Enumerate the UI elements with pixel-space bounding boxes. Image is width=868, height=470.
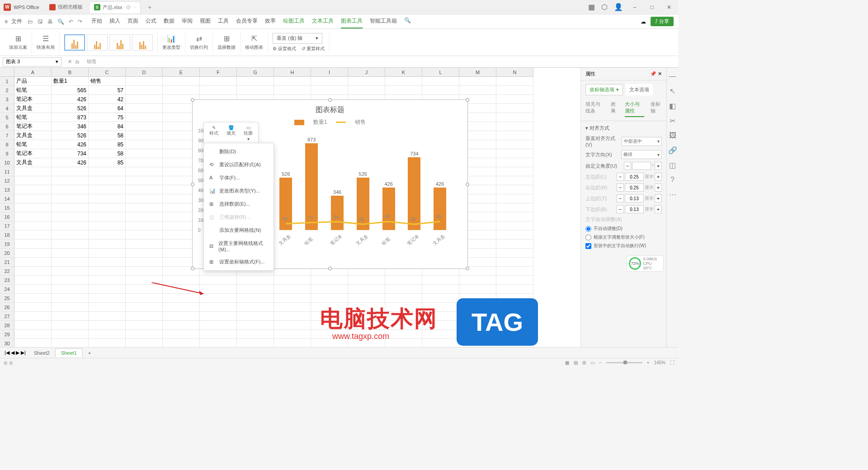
axis-select[interactable]: 垂直 (值) 轴▾ bbox=[273, 33, 322, 44]
cell[interactable] bbox=[496, 303, 533, 312]
cell[interactable]: 58 bbox=[89, 149, 126, 158]
subtab-effect[interactable]: 效果 bbox=[611, 101, 618, 117]
ribbon-add-element[interactable]: ⊞添加元素 bbox=[5, 31, 32, 54]
cell[interactable]: 产品 bbox=[14, 77, 52, 86]
cell[interactable] bbox=[89, 212, 126, 221]
ctx-change-type[interactable]: 📊更改图表类型(Y)... bbox=[204, 184, 274, 197]
cell[interactable] bbox=[237, 77, 274, 86]
col-header[interactable]: B bbox=[52, 68, 89, 77]
cell[interactable] bbox=[14, 230, 52, 240]
col-header[interactable]: G bbox=[237, 68, 274, 77]
cell[interactable] bbox=[237, 276, 274, 285]
ctx-add-gridlines[interactable]: 添加次要网格线(N) bbox=[204, 224, 274, 237]
cell[interactable] bbox=[163, 312, 200, 321]
cell[interactable]: 笔记本 bbox=[14, 95, 52, 104]
cell[interactable] bbox=[496, 158, 533, 167]
cell[interactable]: 565 bbox=[52, 86, 89, 95]
row-header[interactable]: 30 bbox=[0, 339, 14, 348]
cell[interactable] bbox=[200, 276, 237, 285]
zoom-value[interactable]: 145% bbox=[654, 360, 665, 365]
cell[interactable] bbox=[311, 285, 348, 294]
cell[interactable] bbox=[459, 86, 496, 95]
row-header[interactable]: 28 bbox=[0, 321, 14, 330]
cell[interactable] bbox=[385, 330, 422, 339]
cell[interactable] bbox=[163, 276, 200, 285]
cell[interactable] bbox=[52, 203, 89, 212]
tab-review[interactable]: 审阅 bbox=[182, 14, 193, 28]
col-header[interactable]: C bbox=[89, 68, 126, 77]
cell[interactable] bbox=[126, 339, 163, 348]
cell[interactable] bbox=[348, 321, 385, 330]
cell[interactable] bbox=[14, 194, 52, 203]
cell[interactable] bbox=[422, 276, 459, 285]
cell[interactable] bbox=[348, 330, 385, 339]
cell[interactable] bbox=[126, 185, 163, 194]
radio-shrink[interactable]: 根据文字调整形状大小(F) bbox=[585, 234, 662, 240]
cell[interactable] bbox=[496, 122, 533, 131]
outline-button[interactable]: ▭轮廓▾ bbox=[240, 124, 256, 142]
angle-input[interactable]: −°+ bbox=[624, 162, 662, 170]
tab-data[interactable]: 数据 bbox=[164, 14, 175, 28]
cell[interactable] bbox=[52, 285, 89, 294]
row-header[interactable]: 11 bbox=[0, 167, 14, 176]
col-header[interactable]: J bbox=[348, 68, 385, 77]
cell[interactable] bbox=[385, 77, 422, 86]
cell[interactable] bbox=[496, 294, 533, 303]
row-header[interactable]: 29 bbox=[0, 330, 14, 339]
row-header[interactable]: 16 bbox=[0, 212, 14, 221]
reset-style-button[interactable]: ↺ 重置样式 bbox=[302, 46, 325, 52]
cell[interactable] bbox=[14, 330, 52, 339]
cell[interactable] bbox=[311, 86, 348, 95]
col-header[interactable]: L bbox=[422, 68, 459, 77]
cell[interactable] bbox=[496, 312, 533, 321]
cell[interactable] bbox=[496, 249, 533, 258]
cell[interactable] bbox=[200, 303, 237, 312]
row-header[interactable]: 18 bbox=[0, 230, 14, 240]
minimize-button[interactable]: – bbox=[629, 2, 640, 13]
add-sheet-button[interactable]: + bbox=[83, 349, 96, 357]
cell[interactable] bbox=[126, 230, 163, 240]
cell[interactable] bbox=[348, 339, 385, 348]
cell[interactable]: 笔记本 bbox=[14, 149, 52, 158]
cell[interactable] bbox=[274, 321, 311, 330]
tab-insert[interactable]: 插入 bbox=[109, 14, 120, 28]
cell[interactable] bbox=[200, 339, 237, 348]
cell[interactable] bbox=[237, 285, 274, 294]
cell[interactable] bbox=[348, 276, 385, 285]
cell[interactable] bbox=[422, 321, 459, 330]
cell[interactable] bbox=[496, 194, 533, 203]
tab-text-tools[interactable]: 文本工具 bbox=[312, 14, 334, 28]
cell[interactable] bbox=[89, 167, 126, 176]
cell[interactable] bbox=[496, 212, 533, 221]
chart-preset-3[interactable] bbox=[109, 34, 130, 51]
col-header[interactable]: D bbox=[126, 68, 163, 77]
chart-title[interactable]: 图表标题 bbox=[193, 100, 467, 115]
avatar[interactable]: 👤 bbox=[614, 3, 623, 11]
cell[interactable] bbox=[89, 230, 126, 240]
cell[interactable] bbox=[126, 122, 163, 131]
cell[interactable] bbox=[52, 303, 89, 312]
cell[interactable]: 笔记本 bbox=[14, 122, 52, 131]
close-icon[interactable]: · bbox=[134, 4, 136, 10]
ribbon-select-data[interactable]: ⊞选择数据 bbox=[213, 31, 241, 54]
cell[interactable] bbox=[14, 285, 52, 294]
cell[interactable] bbox=[237, 321, 274, 330]
cell[interactable]: 42 bbox=[89, 95, 126, 104]
cell[interactable] bbox=[459, 285, 496, 294]
cell[interactable] bbox=[496, 140, 533, 149]
cell[interactable]: 85 bbox=[89, 140, 126, 149]
formula-input[interactable]: 销售 bbox=[83, 58, 678, 65]
cell[interactable] bbox=[126, 221, 163, 230]
cell[interactable]: 文具盒 bbox=[14, 158, 52, 167]
cell[interactable] bbox=[237, 86, 274, 95]
cell[interactable] bbox=[237, 330, 274, 339]
cell[interactable] bbox=[274, 285, 311, 294]
cell[interactable] bbox=[385, 276, 422, 285]
save-icon[interactable]: 🖫 bbox=[38, 19, 43, 25]
valign-select[interactable]: 中部居中▾ bbox=[622, 137, 662, 146]
cell[interactable] bbox=[311, 77, 348, 86]
cell[interactable]: 文具盒 bbox=[14, 131, 52, 140]
cell[interactable] bbox=[237, 294, 274, 303]
cell[interactable] bbox=[200, 321, 237, 330]
resize-handle[interactable] bbox=[328, 98, 332, 102]
